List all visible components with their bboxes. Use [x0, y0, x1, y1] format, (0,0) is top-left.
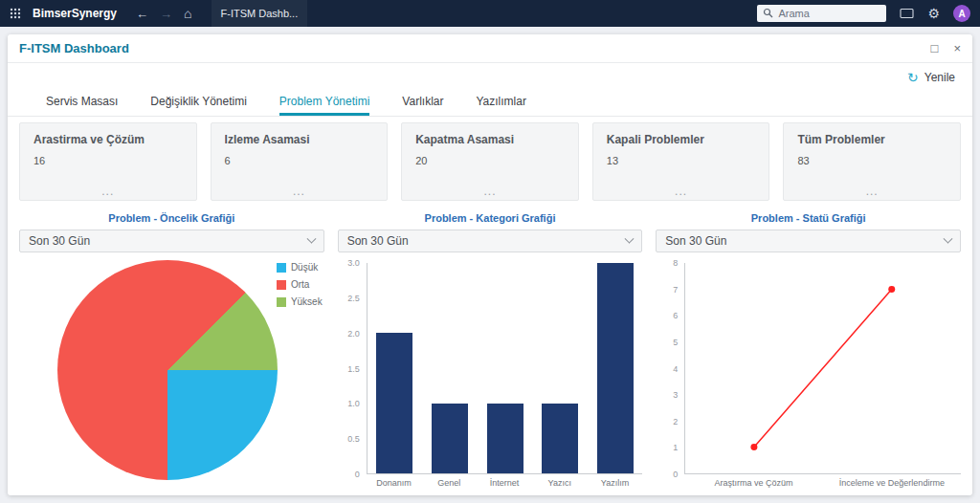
chevron-down-icon — [944, 233, 953, 243]
bar-slot — [532, 263, 588, 473]
card-more-link[interactable]: ... — [415, 186, 565, 196]
stat-card-arastirma-ve-cozum[interactable]: Arastirma ve Çözüm 16 ... — [19, 122, 197, 201]
card-more-link[interactable]: ... — [797, 186, 947, 196]
refresh-button[interactable]: ↻ Yenile — [907, 71, 955, 84]
stat-card-kapatma-asamasi[interactable]: Kapatma Asamasi 20 ... — [401, 122, 579, 201]
y-axis-tick-label: 0 — [355, 470, 360, 479]
y-axis-tick-label: 0.5 — [347, 434, 360, 444]
pie-chart[interactable] — [57, 260, 278, 480]
card-more-link[interactable]: ... — [607, 186, 756, 196]
y-axis-tick-label: 7 — [673, 285, 678, 295]
x-label-internet: İnternet — [477, 474, 532, 490]
x-label-donanim: Donanım — [367, 474, 422, 490]
line-chart-section: Problem - Statü Grafiği Son 30 Gün 87654… — [656, 210, 961, 490]
bar-chart-section: Problem - Kategori Grafiği Son 30 Gün 3.… — [338, 210, 643, 490]
bar-chart-title: Problem - Kategori Grafiği — [338, 212, 643, 225]
legend-swatch — [277, 280, 286, 290]
tab-problem-yonetimi[interactable]: Problem Yönetimi — [279, 95, 370, 116]
line-date-filter-dropdown[interactable]: Son 30 Gün — [656, 230, 961, 252]
line-chart-title: Problem - Statü Grafiği — [656, 212, 961, 225]
bar-plot-row: 3.02.52.01.51.00.50 — [338, 258, 643, 474]
card-value: 16 — [33, 155, 183, 166]
line-filter-value: Son 30 Gün — [665, 234, 726, 248]
waffle-menu-icon[interactable] — [10, 8, 21, 19]
window-body: ↻ Yenile Servis Masası Değişiklik Yöneti… — [8, 63, 972, 495]
y-axis-tick-label: 5 — [673, 338, 678, 347]
legend-item-yuksek[interactable]: Yüksek — [277, 296, 323, 307]
topbar: BimserSynergy ← → ⌂ F-ITSM Dashb... ⚙ A — [0, 0, 980, 27]
bar-slot — [478, 263, 533, 473]
legend-swatch — [277, 297, 286, 307]
avatar[interactable]: A — [953, 5, 970, 22]
y-axis-tick-label: 8 — [673, 258, 678, 268]
tab-bar: Servis Masası Değişiklik Yönetimi Proble… — [8, 92, 972, 117]
home-icon[interactable]: ⌂ — [184, 7, 191, 20]
line-plot-area[interactable] — [684, 263, 961, 474]
x-label-genel: Genel — [421, 474, 477, 490]
bar-plot-area[interactable] — [367, 263, 643, 474]
brand-logo: BimserSynergy — [33, 7, 117, 20]
stat-card-tum-problemler[interactable]: Tüm Problemler 83 ... — [783, 122, 961, 201]
refresh-label: Yenile — [924, 71, 955, 84]
gear-icon[interactable]: ⚙ — [927, 7, 940, 20]
y-axis-tick-label: 2.0 — [347, 329, 360, 339]
bar-filter-value: Son 30 Gün — [347, 234, 409, 248]
chevron-down-icon — [625, 233, 635, 243]
card-more-link[interactable]: ... — [225, 186, 374, 196]
card-more-link[interactable]: ... — [33, 186, 183, 196]
close-icon[interactable]: × — [953, 42, 961, 55]
y-axis-tick-label: 1 — [673, 443, 678, 452]
card-title: Arastirma ve Çözüm — [33, 133, 183, 146]
card-title: Kapatma Asamasi — [415, 133, 565, 146]
open-document-tab[interactable]: F-ITSM Dashb... — [212, 0, 308, 27]
pie-legend: Düşük Orta Yüksek — [277, 262, 323, 307]
stat-cards: Arastirma ve Çözüm 16 ... Izleme Asamasi… — [8, 117, 972, 208]
legend-item-dusuk[interactable]: Düşük — [277, 262, 323, 273]
pie-date-filter-dropdown[interactable]: Son 30 Gün — [19, 230, 324, 252]
legend-item-orta[interactable]: Orta — [277, 279, 323, 290]
tab-yazilimlar[interactable]: Yazılımlar — [476, 95, 525, 116]
bar-date-filter-dropdown[interactable]: Son 30 Gün — [338, 230, 643, 252]
pie-chart-title: Problem - Öncelik Grafiği — [19, 212, 324, 225]
charts-row: Problem - Öncelik Grafiği Son 30 Gün Düş… — [8, 208, 972, 495]
card-title: Tüm Problemler — [797, 133, 947, 146]
tab-servis-masasi[interactable]: Servis Masası — [46, 95, 118, 116]
bar — [487, 404, 523, 473]
pie-chart-section: Problem - Öncelik Grafiği Son 30 Gün Düş… — [19, 210, 324, 490]
window-controls: □ × — [931, 42, 961, 55]
forward-icon[interactable]: → — [160, 8, 172, 20]
legend-swatch — [277, 263, 286, 273]
stat-card-kapali-problemler[interactable]: Kapali Problemler 13 ... — [592, 122, 770, 201]
card-value: 20 — [415, 155, 565, 166]
search-box[interactable] — [757, 5, 886, 22]
bar-x-labels: Donanım Genel İnternet Yazıcı Yazılım — [367, 474, 643, 490]
maximize-icon[interactable]: □ — [931, 42, 939, 55]
y-axis-tick-label: 1.5 — [347, 364, 360, 374]
x-label-yazici: Yazıcı — [532, 474, 588, 490]
bar-y-axis: 3.02.52.01.51.00.50 — [338, 263, 367, 474]
line-series — [685, 263, 961, 473]
tab-degisiklik-yonetimi[interactable]: Değişiklik Yönetimi — [150, 95, 246, 116]
topbar-right: ⚙ A — [757, 5, 970, 22]
window-header: F-ITSM Dashboard □ × — [8, 34, 972, 63]
legend-label: Orta — [291, 279, 309, 290]
x-label-arastirma-ve-cozum: Araştırma ve Çözüm — [684, 474, 822, 490]
back-icon[interactable]: ← — [136, 8, 148, 20]
search-input[interactable] — [778, 8, 880, 19]
bar — [376, 333, 412, 473]
card-value: 83 — [797, 155, 947, 166]
search-icon — [763, 5, 773, 22]
tab-varliklar[interactable]: Varlıklar — [402, 95, 443, 116]
window-mode-icon[interactable] — [900, 8, 914, 19]
bar-slot — [368, 263, 423, 473]
card-value: 6 — [225, 155, 374, 166]
y-axis-tick-label: 2 — [673, 417, 678, 426]
stat-card-izleme-asamasi[interactable]: Izleme Asamasi 6 ... — [211, 122, 389, 201]
card-title: Kapali Problemler — [607, 133, 756, 146]
card-value: 13 — [607, 155, 756, 166]
line-chart: 876543210 Araştırma ve Çözüm İnceleme ve… — [656, 258, 961, 490]
y-axis-tick-label: 3 — [673, 390, 678, 400]
dashboard-window: F-ITSM Dashboard □ × ↻ Yenile Servis Mas… — [8, 34, 972, 495]
pie-filter-value: Son 30 Gün — [29, 234, 90, 248]
refresh-icon: ↻ — [907, 71, 919, 84]
